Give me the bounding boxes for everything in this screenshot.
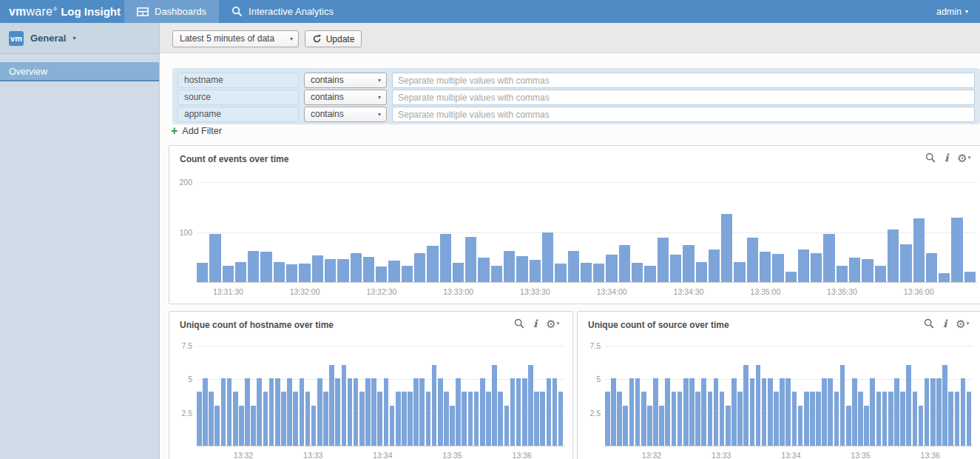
chart-bar[interactable] xyxy=(555,264,566,282)
chart-bar[interactable] xyxy=(402,266,413,282)
chart-bar[interactable] xyxy=(731,378,737,446)
user-menu[interactable]: admin ▾ xyxy=(936,0,968,23)
tab-dashboards[interactable]: Dashboards xyxy=(124,0,219,23)
chart-bar[interactable] xyxy=(876,392,882,446)
chart-bar[interactable] xyxy=(760,252,771,282)
chart-bar[interactable] xyxy=(804,392,809,446)
chart-bar[interactable] xyxy=(665,378,670,446)
chart-bar[interactable] xyxy=(365,378,371,446)
tab-interactive-analytics[interactable]: Interactive Analytics xyxy=(219,0,346,23)
chart-bar[interactable] xyxy=(606,255,617,282)
filter-value-input-hostname[interactable] xyxy=(392,73,975,88)
chart-bar[interactable] xyxy=(670,255,681,282)
chart-bar[interactable] xyxy=(823,234,834,282)
chart-bar[interactable] xyxy=(568,251,579,282)
chart-bar[interactable] xyxy=(811,253,822,283)
chart-bar[interactable] xyxy=(846,406,851,446)
chart-bar[interactable] xyxy=(504,406,510,446)
chart-bar[interactable] xyxy=(419,378,425,446)
chart-bar[interactable] xyxy=(939,273,950,282)
chart-bar[interactable] xyxy=(286,264,297,282)
chart-bar[interactable] xyxy=(413,378,419,446)
chart-bar[interactable] xyxy=(875,266,886,282)
chart-bar[interactable] xyxy=(197,263,208,282)
chart-bar[interactable] xyxy=(747,238,758,282)
chart-bar[interactable] xyxy=(936,378,942,446)
chart-bar[interactable] xyxy=(245,378,250,446)
chart-bar[interactable] xyxy=(696,262,707,282)
chart-bar[interactable] xyxy=(251,406,256,446)
chart-bar[interactable] xyxy=(792,392,797,446)
filter-value-input-appname[interactable] xyxy=(392,107,975,122)
chart-bar[interactable] xyxy=(450,406,455,446)
chart-bar[interactable] xyxy=(462,392,467,446)
chart-bar[interactable] xyxy=(926,253,937,283)
gear-icon[interactable]: ⚙▾ xyxy=(546,318,559,329)
chart-bar[interactable] xyxy=(653,378,658,446)
chart-bar[interactable] xyxy=(870,378,875,446)
chart-bar[interactable] xyxy=(701,378,706,446)
chart-bar[interactable] xyxy=(312,255,323,282)
chart-bar[interactable] xyxy=(197,392,202,446)
chart-bar[interactable] xyxy=(619,245,630,282)
chart-bar[interactable] xyxy=(269,378,274,446)
info-icon[interactable]: i xyxy=(944,152,948,164)
chart-bar[interactable] xyxy=(961,378,966,446)
chart-bar[interactable] xyxy=(534,392,539,446)
sidebar-item-overview[interactable]: Overview xyxy=(0,62,159,81)
chart-bar[interactable] xyxy=(635,378,641,446)
chart-bar[interactable] xyxy=(478,258,489,282)
chart-bar[interactable] xyxy=(329,365,334,446)
chart-bar[interactable] xyxy=(810,392,815,446)
chart-bar[interactable] xyxy=(785,378,791,446)
chart-bar[interactable] xyxy=(906,365,911,446)
chart-bar[interactable] xyxy=(223,266,234,282)
chart-bar[interactable] xyxy=(363,257,374,282)
chart-bar[interactable] xyxy=(516,256,527,282)
chart-bar[interactable] xyxy=(510,378,516,446)
chart-bar[interactable] xyxy=(300,378,305,446)
chart-bar[interactable] xyxy=(552,378,558,446)
chart-bar[interactable] xyxy=(708,392,713,446)
chart-bar[interactable] xyxy=(530,260,541,282)
chart-bar[interactable] xyxy=(709,249,720,282)
chart-bar[interactable] xyxy=(275,378,280,446)
chart-bar[interactable] xyxy=(617,392,622,446)
chart-bar[interactable] xyxy=(299,264,310,282)
chart-bar[interactable] xyxy=(834,392,839,446)
chart-bar[interactable] xyxy=(540,392,545,446)
chart-bar[interactable] xyxy=(919,406,924,446)
chart-bar[interactable] xyxy=(720,392,725,446)
chart-bar[interactable] xyxy=(798,406,803,446)
chart-bar[interactable] xyxy=(440,234,451,282)
chart-bar[interactable] xyxy=(203,378,208,446)
chart-bar[interactable] xyxy=(737,392,743,446)
chart-bar[interactable] xyxy=(762,378,767,446)
chart-bar[interactable] xyxy=(221,378,226,446)
chart-bar[interactable] xyxy=(683,378,689,446)
chart-bar[interactable] xyxy=(828,378,833,446)
chart-bar[interactable] xyxy=(376,267,387,282)
chart-bar[interactable] xyxy=(456,378,461,446)
chart-bar[interactable] xyxy=(658,238,669,282)
chart-bar[interactable] xyxy=(528,365,533,446)
chart-bar[interactable] xyxy=(714,378,719,446)
chart-bar[interactable] xyxy=(837,266,848,282)
chart-bar[interactable] xyxy=(644,266,655,282)
chart-bar[interactable] xyxy=(695,392,700,446)
chart-bar[interactable] xyxy=(967,392,972,446)
chart-bar[interactable] xyxy=(227,378,232,446)
chart-bar[interactable] xyxy=(852,378,857,446)
chart-bar[interactable] xyxy=(396,392,401,446)
chart-bar[interactable] xyxy=(491,266,502,282)
chart-bar[interactable] xyxy=(948,392,953,446)
chart-bar[interactable] xyxy=(930,378,936,446)
chart-bar[interactable] xyxy=(426,392,431,446)
chart-bar[interactable] xyxy=(480,378,485,446)
chart-bar[interactable] xyxy=(474,392,479,446)
chart-bar[interactable] xyxy=(263,392,268,446)
chart-bar[interactable] xyxy=(342,365,347,446)
chart-bar[interactable] xyxy=(468,392,473,446)
chart-bar[interactable] xyxy=(209,234,220,282)
add-filter-button[interactable]: + Add Filter xyxy=(171,126,222,136)
